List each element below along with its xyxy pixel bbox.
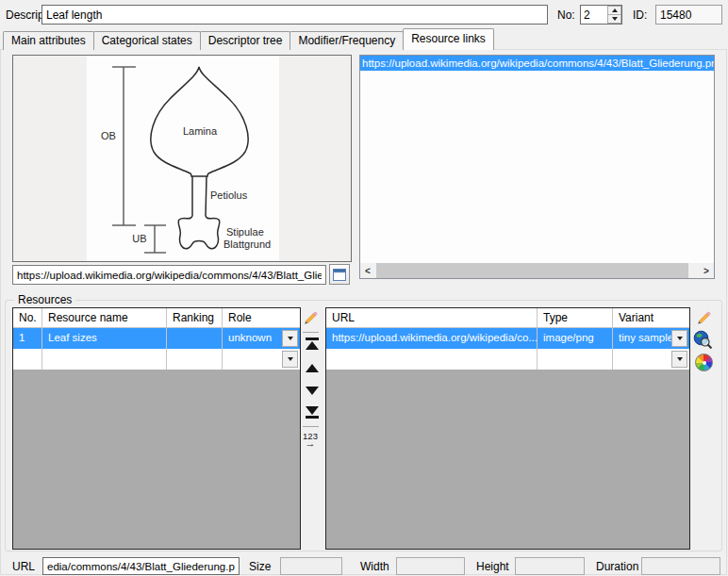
tab-main-attributes[interactable]: Main attributes — [3, 31, 94, 50]
duration-field — [641, 557, 720, 575]
column-header-no[interactable]: No. — [13, 308, 42, 327]
arrow-down-icon — [306, 387, 319, 395]
table-row[interactable]: https://upload.wikimedia.org/wikipedia/c… — [326, 328, 689, 349]
pencil-icon — [695, 310, 712, 327]
resource-link-listbox[interactable]: https://upload.wikimedia.org/wikipedia/c… — [359, 55, 715, 279]
color-settings-button[interactable] — [694, 353, 713, 371]
ob-label: OB — [101, 130, 116, 141]
preview-url-input[interactable] — [12, 265, 326, 285]
column-header-ranking[interactable]: Ranking — [167, 308, 223, 327]
table-row[interactable]: 1 Leaf sizes unknown — [13, 328, 300, 349]
resources-group-label: Resources — [14, 293, 75, 307]
ub-label: UB — [132, 233, 146, 244]
toolbar-separator — [303, 426, 319, 427]
column-header-url[interactable]: URL — [326, 308, 538, 327]
image-preview-panel: OB UB Lamina Petiolus Stipulae Blattgrun… — [12, 55, 352, 262]
no-label: No: — [557, 8, 575, 22]
cell-ranking[interactable] — [167, 349, 223, 370]
tab-categorical-states[interactable]: Categorical states — [93, 31, 201, 50]
leaf-diagram-image: OB UB Lamina Petiolus Stipulae Blattgrun… — [87, 56, 279, 261]
spin-down-button[interactable] — [607, 15, 621, 24]
chevron-down-icon — [288, 357, 293, 361]
preview-url-button[interactable] — [693, 330, 712, 349]
cell-role[interactable] — [223, 349, 300, 370]
id-field — [655, 5, 722, 25]
list-item[interactable]: https://upload.wikimedia.org/wikipedia/c… — [360, 56, 714, 71]
cell-no[interactable]: 1 — [13, 328, 42, 349]
height-field — [515, 557, 585, 575]
cell-type[interactable]: image/png — [538, 328, 613, 349]
size-field — [280, 557, 342, 575]
column-header-type[interactable]: Type — [538, 308, 613, 327]
cell-no[interactable] — [13, 349, 42, 370]
arrow-up-icon — [306, 364, 319, 372]
window-icon — [333, 269, 346, 281]
no-spinner[interactable] — [580, 5, 622, 25]
move-to-top-button[interactable] — [303, 336, 322, 352]
spin-up-button[interactable] — [607, 6, 621, 15]
edit-resource-button[interactable] — [301, 309, 320, 328]
scroll-right-button[interactable]: > — [699, 263, 714, 278]
cell-variant[interactable]: tiny sample — [613, 328, 689, 349]
column-header-resource-name[interactable]: Resource name — [42, 308, 167, 327]
height-label: Height — [476, 560, 509, 573]
table-empty-area — [326, 370, 689, 549]
role-dropdown-button[interactable] — [282, 351, 298, 368]
role-dropdown-button[interactable] — [282, 330, 298, 347]
scrollbar-thumb[interactable] — [376, 263, 688, 278]
edit-url-button[interactable] — [694, 309, 713, 328]
duration-label: Duration — [596, 560, 638, 573]
cell-url[interactable]: https://upload.wikimedia.org/wikipedia/c… — [326, 328, 538, 349]
cell-resource-name[interactable] — [42, 349, 167, 370]
footer-url-label: URL — [12, 560, 35, 573]
column-header-variant[interactable]: Variant — [613, 308, 689, 327]
cell-resource-name[interactable]: Leaf sizes — [42, 328, 167, 349]
move-to-top-icon — [306, 337, 319, 350]
table-row[interactable] — [13, 349, 300, 370]
resource-url-table[interactable]: URL Type Variant https://upload.wikimedi… — [325, 307, 690, 550]
role-value: unknown — [228, 332, 272, 343]
pencil-icon — [302, 310, 319, 327]
horizontal-scrollbar[interactable]: < > — [360, 263, 714, 278]
cell-role[interactable]: unknown — [223, 328, 300, 349]
resources-table[interactable]: No. Resource name Ranking Role 1 Leaf si… — [12, 307, 301, 550]
variant-value: tiny sample — [619, 332, 673, 343]
resources-table-header: No. Resource name Ranking Role — [13, 308, 300, 328]
move-up-button[interactable] — [303, 361, 322, 374]
leaf-diagram: OB UB Lamina Petiolus Stipulae Blattgrun… — [87, 56, 279, 261]
table-row[interactable] — [326, 349, 689, 370]
scroll-left-button[interactable]: < — [360, 263, 375, 278]
width-field — [396, 557, 465, 575]
spin-down-icon — [612, 17, 618, 21]
stipulae-label: Stipulae — [226, 226, 264, 238]
descriptor-input[interactable] — [41, 5, 548, 25]
cell-ranking[interactable] — [167, 328, 223, 349]
cell-type[interactable] — [538, 349, 613, 370]
toolbar-separator — [303, 332, 319, 333]
no-input[interactable] — [581, 6, 607, 24]
descriptor-editor-window: Descriptor: No: ID: Main attributes Cate… — [0, 0, 728, 576]
tab-modifier-frequency[interactable]: Modifier/Frequency — [290, 31, 404, 50]
variant-dropdown-button[interactable] — [671, 330, 687, 347]
blattgrund-label: Blattgrund — [223, 239, 271, 250]
variant-dropdown-button[interactable] — [671, 351, 687, 368]
spin-up-icon — [612, 8, 618, 12]
petiolus-label: Petiolus — [210, 189, 248, 201]
renumber-icon: 123 → — [303, 432, 318, 448]
tab-resource-links[interactable]: Resource links — [403, 28, 494, 50]
tab-bar: Main attributes Categorical states Descr… — [3, 28, 494, 50]
open-in-window-button[interactable] — [329, 264, 350, 285]
globe-magnifier-icon — [693, 330, 712, 349]
width-label: Width — [360, 560, 389, 573]
cell-variant[interactable] — [613, 349, 689, 370]
footer-url-input[interactable] — [42, 557, 240, 575]
move-down-button[interactable] — [303, 384, 322, 397]
column-header-role[interactable]: Role — [223, 308, 300, 327]
move-to-bottom-button[interactable] — [303, 404, 322, 420]
move-to-bottom-icon — [306, 406, 319, 419]
cell-url[interactable] — [326, 349, 538, 370]
renumber-button[interactable]: 123 → — [301, 430, 320, 449]
tab-descriptor-tree[interactable]: Descriptor tree — [200, 31, 291, 50]
size-label: Size — [249, 560, 271, 573]
id-label: ID: — [633, 8, 647, 22]
